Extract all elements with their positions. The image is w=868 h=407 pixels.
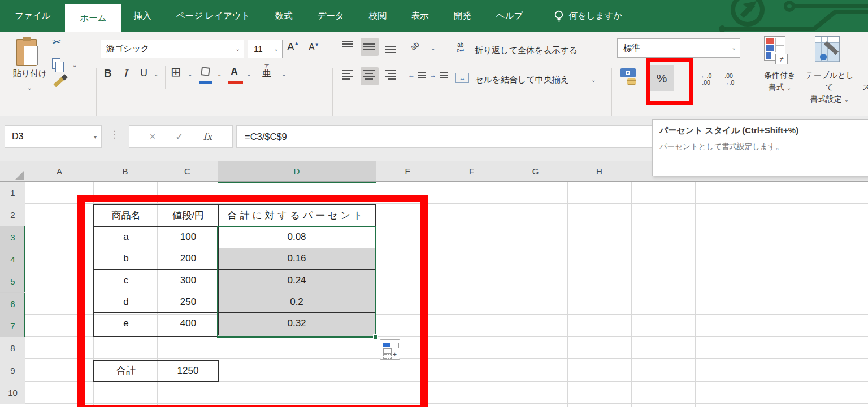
align-right-button[interactable] bbox=[382, 67, 400, 85]
cell-d7[interactable]: 0.32 bbox=[219, 313, 375, 334]
cell-c4[interactable]: 200 bbox=[158, 248, 219, 270]
column-header-e[interactable]: E bbox=[376, 161, 440, 182]
column-header-h[interactable]: H bbox=[567, 161, 632, 182]
align-bottom-button[interactable] bbox=[382, 38, 400, 56]
paste-button[interactable]: 貼り付け ⌄ bbox=[8, 36, 52, 103]
tab-formulas[interactable]: 数式 bbox=[263, 0, 305, 32]
borders-icon[interactable]: ⊞ bbox=[171, 65, 181, 80]
copy-dropdown-icon[interactable]: ⌄ bbox=[72, 63, 77, 68]
cancel-icon[interactable]: × bbox=[150, 131, 156, 143]
shrink-font-button[interactable]: A▼ bbox=[309, 42, 319, 52]
cell-b3[interactable]: a bbox=[94, 227, 158, 248]
tab-developer[interactable]: 開発 bbox=[441, 0, 484, 32]
tab-data[interactable]: データ bbox=[305, 0, 357, 32]
row-header-8[interactable]: 8 bbox=[0, 337, 25, 360]
column-header-d[interactable]: D bbox=[218, 161, 376, 183]
cell-c7[interactable]: 400 bbox=[158, 313, 219, 334]
phonetic-guide-button[interactable]: ア 亜 bbox=[262, 64, 271, 78]
row-header-3[interactable]: 3 bbox=[0, 226, 25, 249]
increase-indent-button[interactable]: → bbox=[429, 69, 448, 80]
autofill-options-button[interactable]: + bbox=[380, 339, 400, 360]
enter-icon[interactable]: ✓ bbox=[176, 132, 183, 142]
paste-dropdown-icon[interactable]: ⌄ bbox=[27, 85, 32, 91]
increase-decimal-button[interactable]: ←.0 .00 bbox=[701, 72, 711, 86]
column-header-g[interactable]: G bbox=[504, 161, 568, 182]
row-header-7[interactable]: 7 bbox=[0, 315, 25, 338]
tab-help[interactable]: ヘルプ bbox=[484, 0, 536, 32]
align-left-button[interactable] bbox=[339, 67, 357, 85]
italic-button[interactable]: I bbox=[123, 67, 128, 80]
cell-c3[interactable]: 100 bbox=[158, 227, 219, 248]
underline-dropdown-icon[interactable]: ⌄ bbox=[154, 72, 158, 77]
cell-d4[interactable]: 0.16 bbox=[219, 248, 375, 270]
font-name-input[interactable]: 游ゴシック ⌄ bbox=[101, 40, 244, 58]
merge-dropdown-icon[interactable]: ⌄ bbox=[591, 77, 596, 83]
phonetic-dropdown-icon[interactable]: ⌄ bbox=[281, 72, 286, 77]
name-box[interactable]: D3 ▾ bbox=[5, 125, 102, 148]
column-header-c[interactable]: C bbox=[157, 161, 218, 182]
insert-function-icon[interactable]: fx bbox=[203, 131, 212, 142]
cell-d3[interactable]: 0.08 bbox=[219, 227, 375, 248]
cell-b2[interactable]: 商品名 bbox=[94, 205, 158, 226]
format-as-table-icon[interactable] bbox=[815, 36, 840, 62]
column-header-b[interactable]: B bbox=[93, 161, 158, 182]
cell-b7[interactable]: e bbox=[94, 313, 158, 334]
fill-color-icon[interactable] bbox=[201, 67, 210, 76]
font-color-button[interactable]: A bbox=[231, 66, 238, 78]
font-size-input[interactable]: 11 ⌄ bbox=[248, 40, 283, 58]
merge-center-icon[interactable]: ↔ bbox=[455, 73, 469, 83]
row-header-9[interactable]: 9 bbox=[0, 359, 25, 382]
number-format-dropdown-icon[interactable]: ⌄ bbox=[732, 45, 736, 51]
tab-page-layout[interactable]: ページ レイアウト bbox=[164, 0, 263, 32]
cell-c5[interactable]: 300 bbox=[158, 270, 219, 291]
row-header-10[interactable]: 10 bbox=[0, 382, 25, 404]
cell-d5[interactable]: 0.24 bbox=[219, 270, 375, 291]
wrap-text-icon[interactable]: ab c↩ bbox=[457, 42, 464, 54]
select-all-corner[interactable] bbox=[0, 161, 26, 182]
cell-c2[interactable]: 値段/円 bbox=[158, 205, 219, 226]
cell-b9[interactable]: 合計 bbox=[94, 361, 158, 381]
row-header-6[interactable]: 6 bbox=[0, 293, 25, 316]
name-box-dropdown-icon[interactable]: ▾ bbox=[94, 134, 97, 140]
fill-handle[interactable] bbox=[373, 334, 378, 339]
cell-b6[interactable]: d bbox=[94, 291, 158, 313]
orientation-icon[interactable]: ab bbox=[409, 40, 421, 52]
cell-d2[interactable]: 合計に対するパーセント bbox=[219, 205, 375, 226]
tell-me-box[interactable]: 何をしますか bbox=[554, 0, 622, 32]
fill-color-dropdown-icon[interactable]: ⌄ bbox=[217, 72, 222, 77]
font-size-dropdown-icon[interactable]: ⌄ bbox=[274, 46, 279, 52]
format-as-table-button[interactable]: テーブルとして 書式設定 ⌄ bbox=[802, 69, 857, 105]
grow-font-button[interactable]: A▲ bbox=[287, 41, 299, 53]
font-color-dropdown-icon[interactable]: ⌄ bbox=[246, 72, 251, 77]
more-dots-icon[interactable]: ⋮ bbox=[110, 129, 119, 141]
number-format-select[interactable]: 標準 ⌄ bbox=[617, 38, 740, 58]
row-header-1[interactable]: 1 bbox=[0, 182, 25, 204]
cell-c9[interactable]: 1250 bbox=[158, 361, 218, 381]
align-top-button[interactable] bbox=[339, 38, 357, 56]
borders-dropdown-icon[interactable]: ⌄ bbox=[188, 72, 192, 77]
wrap-text-button[interactable]: 折り返して全体を表示する bbox=[475, 45, 578, 56]
tab-view[interactable]: 表示 bbox=[399, 0, 441, 32]
cell-b4[interactable]: b bbox=[94, 248, 158, 270]
accounting-format-icon[interactable] bbox=[620, 68, 636, 77]
conditional-formatting-button[interactable]: 条件付き 書式 ⌄ bbox=[755, 69, 805, 93]
merge-center-button[interactable]: セルを結合して中央揃え bbox=[475, 75, 569, 85]
font-name-dropdown-icon[interactable]: ⌄ bbox=[236, 46, 240, 52]
tab-file[interactable]: ファイル bbox=[0, 0, 65, 32]
row-header-2[interactable]: 2 bbox=[0, 204, 25, 226]
row-header-5[interactable]: 5 bbox=[0, 270, 25, 293]
cell-c6[interactable]: 250 bbox=[158, 291, 219, 313]
cut-icon[interactable]: ✂ bbox=[52, 36, 61, 49]
decrease-decimal-button[interactable]: .00 →.0 bbox=[723, 72, 734, 86]
percent-style-button[interactable]: % bbox=[650, 65, 674, 91]
cell-d6[interactable]: 0.2 bbox=[219, 291, 375, 313]
column-header-f[interactable]: F bbox=[440, 161, 504, 182]
tab-review[interactable]: 校閲 bbox=[357, 0, 399, 32]
decrease-indent-button[interactable]: ← bbox=[408, 69, 426, 80]
align-center-button[interactable] bbox=[361, 67, 379, 85]
tab-home[interactable]: ホーム bbox=[65, 4, 121, 32]
align-middle-button[interactable] bbox=[361, 38, 379, 56]
tab-insert[interactable]: 挿入 bbox=[121, 0, 164, 32]
column-header-a[interactable]: A bbox=[25, 161, 94, 182]
underline-button[interactable]: U bbox=[140, 67, 147, 79]
